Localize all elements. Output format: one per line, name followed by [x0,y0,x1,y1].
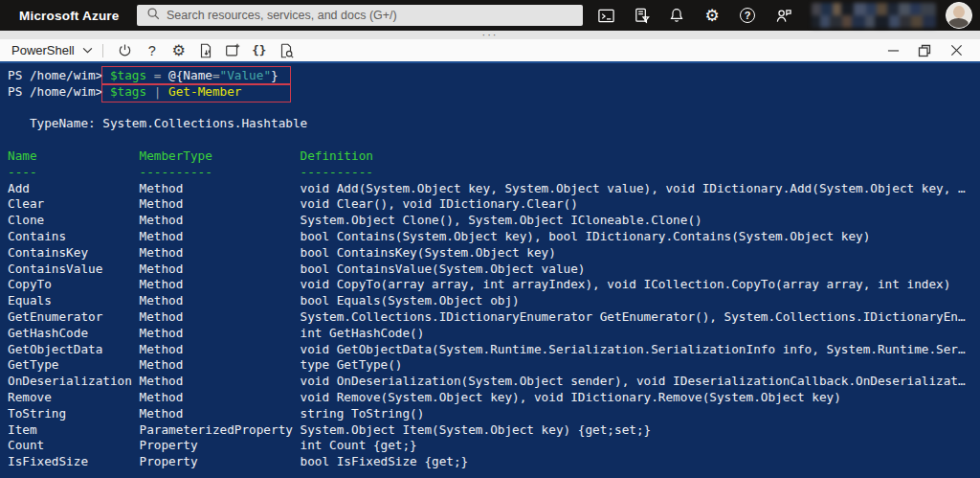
terminal-line: Count Property int Count {get;} [8,438,980,454]
terminal-panel[interactable]: PS /home/wim> $tags = @{Name="Value"}PS … [0,61,980,478]
terminal-text-segment [8,132,15,147]
topbar-actions: ⚙ ? [580,0,972,31]
global-search [137,5,583,26]
terminal-line: GetObjectData Method void GetObjectData(… [8,342,980,358]
terminal-line [8,101,980,117]
terminal-line: Equals Method bool Equals(System.Object … [8,293,980,309]
web-preview-icon[interactable] [275,41,298,60]
account-info-blurred[interactable] [812,3,936,28]
terminal-line: ContainsKey Method bool ContainsKey(Syst… [8,245,980,262]
terminal-text-segment: } [271,68,278,82]
terminal-line: Name MemberType Definition [8,148,980,165]
terminal-line: ContainsValue Method bool ContainsValue(… [8,262,980,278]
terminal-text-segment: ---- ---------- ---------- [8,165,373,179]
terminal-text-segment: GetHashCode Method int GetHashCode() [8,326,424,340]
terminal-output: PS /home/wim> $tags = @{Name="Value"}PS … [0,63,980,470]
terminal-line: PS /home/wim> $tags = @{Name="Value"} [8,68,980,84]
terminal-line: Add Method void Add(System.Object key, S… [8,181,980,197]
shell-resize-strip: ··· [0,31,980,39]
avatar[interactable] [946,2,972,29]
terminal-text-segment: $tags [110,68,146,82]
terminal-line: IsFixedSize Property bool IsFixedSize {g… [8,454,980,470]
azure-brand-link[interactable]: Microsoft Azure [19,0,120,31]
notifications-icon[interactable] [667,6,686,25]
search-icon [137,7,167,24]
help-icon[interactable]: ? [738,6,757,25]
window-controls [872,41,980,60]
terminal-text-segment: PS /home/wim> [8,84,110,99]
terminal-text-segment: Remove Method void Remove(System.Object … [8,390,841,404]
transfer-files-icon[interactable] [194,41,217,60]
terminal-text-segment: ToString Method string ToString() [8,406,424,421]
terminal-text-segment: Add Method void Add(System.Object key, S… [8,181,966,195]
terminal-text-segment: = [212,68,220,82]
terminal-text-segment: Name MemberType Definition [8,148,373,163]
terminal-text-segment: GetType Method type GetType() [8,357,402,372]
directory-filter-icon[interactable] [632,6,651,25]
terminal-text-segment: GetObjectData Method void GetObjectData(… [8,342,966,356]
minimize-icon[interactable] [882,41,903,60]
feedback-icon[interactable] [773,6,792,25]
terminal-line: GetType Method type GetType() [8,357,980,374]
terminal-line: TypeName: System.Collections.Hashtable [8,116,980,132]
terminal-line: Contains Method bool Contains(System.Obj… [8,229,980,245]
terminal-line: Clear Method void Clear(), void IDiction… [8,196,980,213]
terminal-text-segment: = [146,68,168,82]
azure-top-bar: Microsoft Azure [0,0,980,31]
settings-icon[interactable]: ⚙ [167,41,190,60]
terminal-text-segment: Item ParameterizedProperty System.Object… [8,422,651,437]
restore-icon[interactable] [914,41,935,60]
terminal-line: ---- ---------- ---------- [8,165,980,181]
terminal-text-segment: @{Name [168,68,212,82]
terminal-line: Item ParameterizedProperty System.Object… [8,422,980,439]
terminal-text-segment: CopyTo Method void CopyTo(array array, i… [8,277,950,291]
terminal-line: PS /home/wim> $tags | Get-Member [8,84,980,101]
terminal-text-segment: Clear Method void Clear(), void IDiction… [8,196,578,211]
editor-icon[interactable]: {} [248,41,271,60]
terminal-line: Remove Method void Remove(System.Object … [8,390,980,406]
terminal-text-segment: $tags [110,84,146,99]
terminal-line: GetHashCode Method int GetHashCode() [8,326,980,342]
terminal-text-segment: Get-Member [168,84,241,99]
search-input[interactable] [167,9,583,22]
cloud-shell-icon[interactable] [596,6,615,25]
terminal-text-segment: PS /home/wim> [8,68,110,82]
terminal-text-segment [8,101,15,115]
terminal-text-segment: Contains Method bool Contains(System.Obj… [8,229,870,243]
toolbar-divider [102,44,103,57]
terminal-text-segment: Equals Method bool Equals(System.Object … [8,293,520,307]
settings-icon[interactable]: ⚙ [702,6,722,25]
terminal-text-segment: ContainsKey Method bool ContainsKey(Syst… [8,245,556,260]
terminal-text-segment: GetEnumerator Method System.Collections.… [8,309,966,324]
power-icon[interactable] [114,41,137,60]
terminal-line: GetEnumerator Method System.Collections.… [8,309,980,326]
terminal-line: CopyTo Method void CopyTo(array array, i… [8,277,980,293]
terminal-text-segment: ContainsValue Method bool ContainsValue(… [8,262,585,276]
terminal-text-segment: Clone Method System.Object Clone(), Syst… [8,213,702,227]
terminal-text-segment: OnDeserialization Method void OnDeserial… [8,374,966,388]
terminal-text-segment: TypeName: System.Collections.Hashtable [8,116,307,130]
terminal-line [8,132,980,148]
terminal-text-segment: IsFixedSize Property bool IsFixedSize {g… [8,454,468,468]
new-session-icon[interactable] [221,41,244,60]
drag-handle-icon[interactable]: ··· [482,32,499,37]
chevron-down-icon [82,47,93,54]
terminal-line: Clone Method System.Object Clone(), Syst… [8,213,980,229]
cloud-shell-toolbar: PowerShell ? ⚙ [0,39,980,61]
terminal-text-segment: | [146,84,168,99]
terminal-line: ToString Method string ToString() [8,406,980,422]
help-icon[interactable]: ? [141,41,164,60]
terminal-text-segment: Count Property int Count {get;} [8,438,417,452]
shell-selector-label: PowerShell [11,43,75,57]
close-icon[interactable] [946,41,967,60]
terminal-text-segment: "Value" [220,68,271,82]
shell-selector-dropdown[interactable]: PowerShell [11,43,93,57]
azure-portal-window: Microsoft Azure [0,0,980,478]
terminal-line: OnDeserialization Method void OnDeserial… [8,374,980,390]
